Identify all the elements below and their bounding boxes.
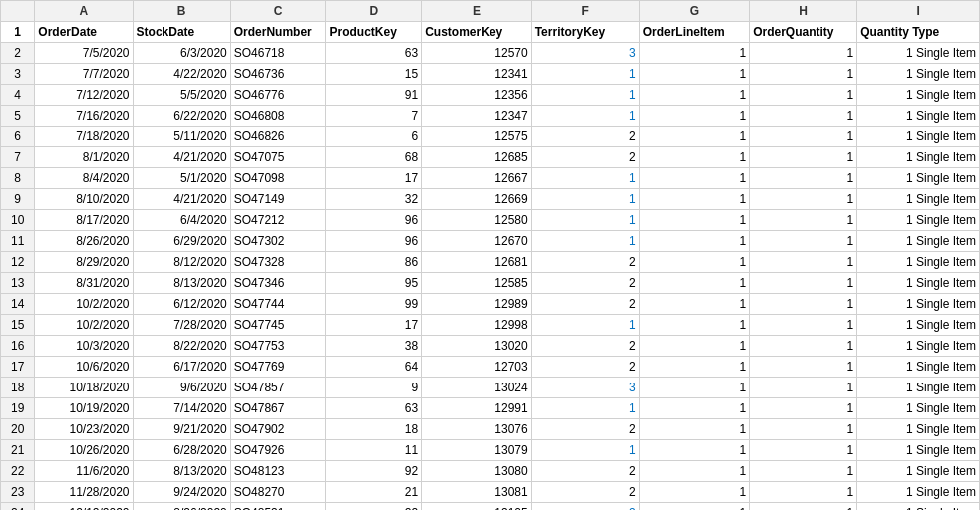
cell: 1 [639, 85, 749, 106]
cell: SO48123 [230, 461, 326, 482]
cell: 1 Single Item [857, 294, 980, 315]
cell: SO47745 [230, 315, 326, 336]
cell: 1 Single Item [857, 127, 980, 147]
cell: 1 Single Item [857, 357, 980, 378]
cell: SO47302 [230, 231, 326, 252]
cell: 1 [639, 294, 749, 315]
cell: SO47753 [230, 336, 326, 357]
header-quantitytype: Quantity Type [857, 22, 980, 43]
table-row: 88/4/20205/1/2020SO4709817126671111 Sing… [1, 168, 980, 189]
cell: SO46736 [230, 64, 326, 85]
table-row: 128/29/20208/12/2020SO4732886126812111 S… [1, 252, 980, 273]
cell: 15 [326, 64, 422, 85]
cell: 1 Single Item [857, 43, 980, 64]
cell: 2 [531, 336, 639, 357]
cell: SO47744 [230, 294, 326, 315]
row-number: 10 [1, 210, 35, 231]
cell: 8/29/2020 [35, 252, 133, 273]
table-row: 2211/6/20208/13/2020SO4812392130802111 S… [1, 461, 980, 482]
cell: 68 [326, 147, 422, 168]
table-row: 27/5/20206/3/2020SO4671863125703111 Sing… [1, 43, 980, 64]
cell: 1 [750, 315, 857, 336]
col-letter-c[interactable]: C [230, 1, 326, 22]
cell: 96 [326, 231, 422, 252]
cell: 2 [531, 357, 639, 378]
cell: 13020 [422, 336, 531, 357]
cell: 5/1/2020 [133, 168, 230, 189]
cell: SO47769 [230, 357, 326, 378]
cell: SO48531 [230, 503, 326, 511]
cell: 1 Single Item [857, 168, 980, 189]
cell: 7 [326, 106, 422, 127]
cell: 1 [750, 147, 857, 168]
cell: 1 Single Item [857, 147, 980, 168]
cell: 1 [531, 231, 639, 252]
col-letter-h[interactable]: H [750, 1, 857, 22]
cell: 2 [531, 294, 639, 315]
cell: 9/6/2020 [133, 378, 230, 398]
cell: 1 [531, 64, 639, 85]
header-stockdate: StockDate [133, 22, 230, 43]
cell: 12681 [422, 252, 531, 273]
table-row: 108/17/20206/4/2020SO4721296125801111 Si… [1, 210, 980, 231]
cell: 10/23/2020 [35, 419, 133, 440]
col-letter-f[interactable]: F [531, 1, 639, 22]
cell: 1 [750, 189, 857, 210]
cell: SO47328 [230, 252, 326, 273]
cell: 6/3/2020 [133, 43, 230, 64]
column-letter-row: A B C D E F G H I [1, 1, 980, 22]
cell: 10/2/2020 [35, 315, 133, 336]
col-letter-a[interactable]: A [35, 1, 133, 22]
header-ordernumber: OrderNumber [230, 22, 326, 43]
cell: 1 [531, 315, 639, 336]
col-letter-e[interactable]: E [422, 1, 531, 22]
cell: 1 [639, 315, 749, 336]
cell: 86 [326, 252, 422, 273]
cell: 1 [639, 440, 749, 461]
cell: 8/26/2020 [35, 231, 133, 252]
cell: 1 [750, 85, 857, 106]
cell: 2 [531, 273, 639, 294]
cell: 1 Single Item [857, 378, 980, 398]
cell: 1 [750, 231, 857, 252]
cell: 8/10/2020 [35, 189, 133, 210]
col-letter-d[interactable]: D [326, 1, 422, 22]
col-letter-b[interactable]: B [133, 1, 230, 22]
cell: 3 [531, 503, 639, 511]
cell: 12580 [422, 210, 531, 231]
table-row: 1710/6/20206/17/2020SO4776964127032111 S… [1, 357, 980, 378]
cell: 3 [531, 378, 639, 398]
table-row: 98/10/20204/21/2020SO4714932126691111 Si… [1, 189, 980, 210]
table-row: 2412/12/20208/26/2020SO4853122131053111 … [1, 503, 980, 511]
cell: 8/26/2020 [133, 503, 230, 511]
row-number: 12 [1, 252, 35, 273]
col-letter-g[interactable]: G [639, 1, 749, 22]
cell: 5/11/2020 [133, 127, 230, 147]
cell: 13076 [422, 419, 531, 440]
cell: 1 Single Item [857, 440, 980, 461]
row-number: 5 [1, 106, 35, 127]
col-letter-i[interactable]: I [857, 1, 980, 22]
cell: 1 [639, 231, 749, 252]
cell: 12570 [422, 43, 531, 64]
cell: 95 [326, 273, 422, 294]
cell: 1 [639, 168, 749, 189]
header-orderquantity: OrderQuantity [750, 22, 857, 43]
cell: 1 [639, 189, 749, 210]
cell: 10/26/2020 [35, 440, 133, 461]
cell: 12991 [422, 398, 531, 419]
cell: 8/31/2020 [35, 273, 133, 294]
cell: 96 [326, 210, 422, 231]
cell: 12670 [422, 231, 531, 252]
cell: 1 [639, 252, 749, 273]
cell: 4/21/2020 [133, 189, 230, 210]
row-number: 16 [1, 336, 35, 357]
cell: 1 [531, 398, 639, 419]
table-row: 47/12/20205/5/2020SO4677691123561111 Sin… [1, 85, 980, 106]
cell: 4/22/2020 [133, 64, 230, 85]
row-number: 20 [1, 419, 35, 440]
cell: 1 Single Item [857, 252, 980, 273]
cell: 6/17/2020 [133, 357, 230, 378]
cell: SO46718 [230, 43, 326, 64]
cell: 1 Single Item [857, 419, 980, 440]
